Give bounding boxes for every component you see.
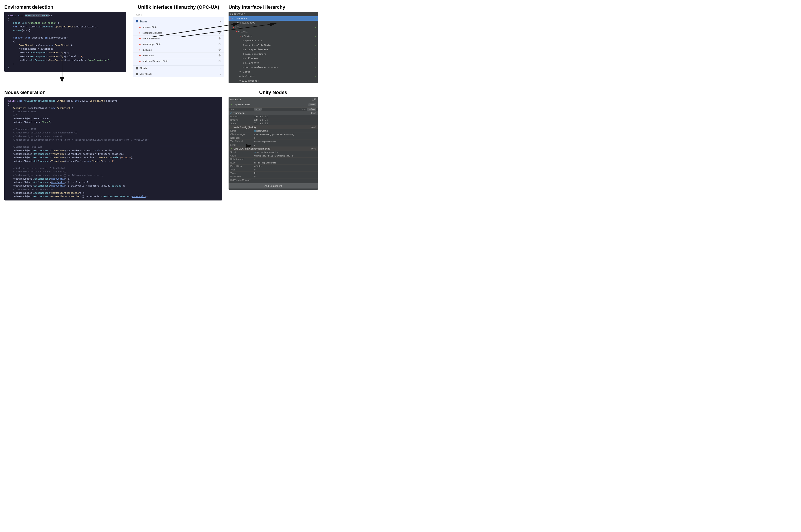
states-icon <box>136 20 138 22</box>
old-version-label: Old Version Manager <box>230 179 254 181</box>
add-component-button[interactable]: Add Component <box>229 183 318 189</box>
unity-row-reception-h[interactable]: ⊙ receptionSiloState ✓ <box>229 43 318 48</box>
layer-pill[interactable]: Default <box>307 108 316 111</box>
transform-section-title[interactable]: △ Transform ⚙ ≡ ! <box>229 111 318 115</box>
reception-gear-icon[interactable]: ⚙ <box>218 31 221 34</box>
new-value-row: New Value 0 <box>229 175 318 178</box>
unity-row-tags[interactable]: ⊙ Tags avanzados ✓ <box>229 21 318 25</box>
unity-row-storage-h[interactable]: ⊙ storageSiloState ✓ <box>229 48 318 52</box>
level-value[interactable]: 1 <box>254 144 316 146</box>
rotation-values[interactable]: X 0 Y 0 Z 0 <box>254 119 316 121</box>
horizontal-gear-icon[interactable]: ⚙ <box>218 59 221 63</box>
static-pill[interactable]: Static <box>308 103 316 106</box>
scale-y[interactable]: Y 1 <box>260 122 263 125</box>
reception-h-label: receptionSiloState <box>245 43 271 47</box>
unifik-maxfloats-section[interactable]: MaxFloats < <box>133 71 224 77</box>
opc-script-row: Script □ OpcUaClientConnection <box>229 151 318 154</box>
this-node-id-label: This Node Id <box>230 140 254 142</box>
storage-h-label: storageSiloState <box>245 48 268 52</box>
rotation-row: Rotation X 0 Y 0 Z 0 <box>229 118 318 122</box>
this-node-id-row: This Node Id ns=2;s=0:spawnerState <box>229 140 318 143</box>
states-check: ✓ <box>315 35 317 38</box>
unifik-floats-section[interactable]: Floats < <box>133 65 224 71</box>
unity-row-test[interactable]: ▼ ⊙ Test ✓ <box>229 25 318 30</box>
client-manager-label: Client Manager <box>230 133 254 136</box>
unity-row-local[interactable]: ▼ ⊙ Local ✓ <box>229 30 318 34</box>
layer-label: Layer <box>301 108 306 110</box>
scale-z[interactable]: Z 1 <box>265 122 268 125</box>
position-y[interactable]: Y 0 <box>260 115 263 118</box>
unity-nodes-section: Unity Nodes Inspector △ ⊟ ✓ spawnerState… <box>226 90 318 201</box>
storage-gear-icon[interactable]: ⚙ <box>218 37 221 40</box>
data-request-value[interactable]: ✓ <box>254 158 316 160</box>
node-config-section-title[interactable]: ✓ Node Config (Script) ⚙ ≡ ! <box>229 126 318 129</box>
mill-h-check: ✓ <box>315 57 317 60</box>
reception-label: receptionSiloState <box>142 32 162 34</box>
test-label: Test <box>237 26 243 30</box>
position-z[interactable]: Z 0 <box>265 115 268 118</box>
unity-row-spawner-h[interactable]: ⊙ spawnerState ✓ <box>229 39 318 43</box>
node-value[interactable]: ns=2;s=0:spawnerState <box>254 162 316 164</box>
rotation-x[interactable]: X 0 <box>254 119 258 121</box>
new-value-value[interactable]: 0 <box>254 175 316 178</box>
spawner-h-label: spawnerState <box>245 39 262 43</box>
opc-script-icon: □ <box>254 151 255 153</box>
node-config-label: Node Config (Script) <box>233 126 256 129</box>
script-value: □ NodeConfig <box>254 130 316 132</box>
mixer-label: mixerState <box>142 54 154 57</box>
layer-value[interactable]: Default <box>307 108 316 110</box>
tag-pill[interactable]: Node <box>254 108 262 111</box>
spawner-gear-icon[interactable]: ⚙ <box>218 25 221 29</box>
nodes-generation-title: Nodes Generation <box>4 90 222 95</box>
unity-row-mill-h[interactable]: ⊙ millState ✓ <box>229 56 318 61</box>
olive-h-check: ✓ <box>315 79 317 82</box>
mainhopper-gear-icon[interactable]: ⚙ <box>218 42 221 46</box>
tag-label: Tag <box>230 108 254 110</box>
maxfloats-label: MaxFloats <box>139 73 152 76</box>
value-value[interactable]: 0 <box>254 172 316 174</box>
texts-value: 0 <box>254 169 316 171</box>
opc-section-title[interactable]: ✓ Opc Ua Client Connection (Script) ⚙ ≡ … <box>229 147 318 151</box>
floats-icon <box>136 67 138 70</box>
horizontal-h-check: ✓ <box>315 66 317 69</box>
unity-row-iot[interactable]: ─ ⊙ IoT4.0 v3 ✓ <box>229 16 318 21</box>
rotation-y[interactable]: Y 0 <box>260 119 263 121</box>
unity-row-mixer-h[interactable]: ⊙ mixerState ✓ <box>229 61 318 65</box>
rotation-z[interactable]: Z 0 <box>265 119 268 121</box>
scale-x[interactable]: X 1 <box>254 122 258 125</box>
position-row: Position X 0 Y 0 Z 0 <box>229 115 318 118</box>
unifik-states-header[interactable]: States ∨ <box>133 19 224 24</box>
unity-row-olive-h[interactable]: ⊙ Olive(Clone) ✓ <box>229 79 318 83</box>
mixer-gear-icon[interactable]: ⚙ <box>218 54 221 57</box>
mill-gear-icon[interactable]: ⚙ <box>218 48 221 51</box>
script-value-text: NodeConfig <box>256 130 268 132</box>
unity-row-maxfloats-h[interactable]: ⊙ MaxFloats ✓ <box>229 74 318 79</box>
unity-hierarchy-panel: ⊙ Destroyer ✓ ─ ⊙ IoT4.0 v3 ✓ ⊙ Tags ava… <box>229 12 318 83</box>
opc-checkbox-icon[interactable]: ✓ <box>230 147 232 150</box>
mixer-h-icon: ⊙ <box>243 61 244 65</box>
unity-row-states[interactable]: ▼ ⊙ States ✓ <box>229 34 318 39</box>
unity-hierarchy-section: Unity Interface Hierarchy ⊙ Destroyer ✓ … <box>226 4 318 83</box>
mainhopper-h-icon: ⊙ <box>243 53 244 56</box>
gameobject-checkbox-icon[interactable]: ✓ <box>230 103 233 106</box>
position-values[interactable]: X 0 Y 0 Z 0 <box>254 115 316 118</box>
olive-h-icon: ⊙ <box>240 79 241 82</box>
parent-node-value[interactable]: ⊙States <box>254 165 316 167</box>
unity-row-mainhopper-h[interactable]: ⊙ mainHopperState ✓ <box>229 52 318 57</box>
unity-row-horizontal-h[interactable]: ⊙ horizontalDecanterState ✓ <box>229 65 318 70</box>
tag-value[interactable]: Node <box>254 108 299 110</box>
unity-row-destroyer[interactable]: ⊙ Destroyer ✓ <box>229 12 318 16</box>
unity-hierarchy-title: Unity Interface Hierarchy <box>229 4 318 10</box>
reception-diamond-icon: ◆ <box>139 32 141 34</box>
floats-chevron-icon: < <box>220 67 221 70</box>
spawner-label: spawnerState <box>142 26 157 28</box>
destroyer-label: Destroyer <box>232 12 245 16</box>
script-row: Script □ NodeConfig <box>229 129 318 133</box>
scale-values[interactable]: X 1 Y 1 Z 1 <box>254 122 316 125</box>
horizontal-diamond-icon: ◆ <box>139 60 141 62</box>
unity-nodes-title: Unity Nodes <box>229 90 318 95</box>
position-x[interactable]: X 0 <box>254 115 258 118</box>
this-node-id-value[interactable]: ns=2;s=0:spawnerState <box>254 140 316 142</box>
unity-row-floats-h[interactable]: ⊙ Floats ✓ <box>229 70 318 74</box>
node-config-checkbox-icon[interactable]: ✓ <box>230 126 232 129</box>
